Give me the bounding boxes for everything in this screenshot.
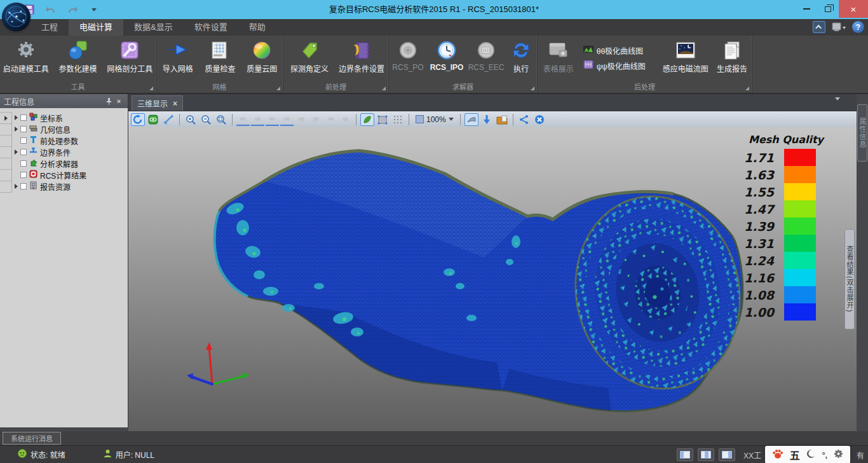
parametric-modeling-button[interactable]: 参数化建模	[52, 38, 104, 79]
view-preset-button-2[interactable]: zx	[251, 113, 264, 126]
pin-icon[interactable]	[104, 96, 114, 106]
orbit-view-button[interactable]	[146, 113, 160, 126]
current-item-arrow[interactable]	[4, 116, 8, 121]
collapse-ribbon-button[interactable]	[813, 21, 825, 33]
view-preset-button-3[interactable]: xz	[266, 113, 279, 126]
shaded-render-button[interactable]	[360, 113, 374, 126]
view-preset-button-8[interactable]: zy	[339, 113, 352, 126]
tree-checkbox[interactable]	[20, 114, 27, 121]
quality-check-button[interactable]: 质量检查	[200, 38, 241, 79]
ime-punctuation-toggle[interactable]: °,	[822, 450, 827, 460]
tree-item-rcs-results[interactable]: RCS计算结果	[12, 169, 128, 181]
panel-close-icon[interactable]: ×	[114, 96, 124, 106]
theta-polar-curve-button[interactable]: θθ极化曲线图	[583, 45, 655, 56]
view-preset-button-1[interactable]: xz	[236, 113, 250, 126]
tree-item-preprocess-params[interactable]: 前处理参数	[12, 135, 128, 146]
zoom-caret-icon[interactable]	[449, 118, 454, 121]
expand-arrow[interactable]	[15, 149, 18, 155]
view-preset-button-7[interactable]: zx	[324, 113, 337, 126]
tab-close-icon[interactable]: ×	[173, 100, 177, 107]
boundary-condition-button[interactable]: 边界条件设置	[336, 38, 388, 79]
solver-rcs-eec-button[interactable]: RCS_EEC	[466, 38, 506, 79]
tree-checkbox[interactable]	[20, 183, 27, 190]
free-move-button[interactable]	[161, 113, 175, 126]
launch-modeling-tool-button[interactable]: 启动建模工具	[0, 38, 52, 79]
3d-viewport-canvas[interactable]: Mesh Quality 1.71 1.63 1.55 1.47 1.39 1.…	[128, 127, 857, 431]
tree-checkbox[interactable]	[20, 126, 27, 132]
ime-settings-gear-icon[interactable]	[834, 449, 843, 461]
table-display-button[interactable]: 表格展示	[538, 38, 580, 79]
ime-logo-paw-icon[interactable]	[772, 448, 783, 462]
rotate-view-button[interactable]	[131, 113, 145, 126]
qat-dropdown-caret[interactable]	[88, 3, 100, 16]
tab-data-display[interactable]: 数据&显示	[123, 19, 184, 36]
tree-item-coordinate-system[interactable]: 坐标系	[12, 112, 128, 123]
close-overlay-button[interactable]	[532, 113, 546, 126]
ribbon-group-mesh: 导入网格 质量检查 质量云图 网格	[156, 36, 283, 93]
execute-refresh-icon	[511, 38, 531, 62]
minimize-button[interactable]	[796, 0, 817, 18]
group-expand-corner[interactable]	[276, 86, 280, 90]
view-preset-button-6[interactable]: yx	[309, 113, 323, 126]
generate-report-button[interactable]: 生成报告	[712, 38, 752, 79]
induced-current-map-button[interactable]: 感应电磁流图	[658, 38, 712, 79]
previous-view-button[interactable]	[465, 113, 478, 126]
solver-rcs-po-button[interactable]: RCS_PO	[389, 38, 427, 79]
save-view-button[interactable]	[480, 113, 494, 126]
group-expand-corner[interactable]	[531, 86, 534, 90]
solver-rcs-ipo-button[interactable]: RCS_IPO	[427, 38, 466, 79]
import-mesh-button[interactable]: 导入网格	[156, 38, 200, 79]
view-results-side-tab[interactable]: 查看结果(双击展开)	[844, 229, 855, 329]
view-preset-button-4[interactable]: zx	[280, 113, 294, 126]
tree-checkbox[interactable]	[20, 160, 27, 167]
group-expand-corner[interactable]	[382, 86, 386, 90]
tree-item-geometry-info[interactable]: 几何信息	[12, 123, 128, 135]
ime-halfmoon-icon[interactable]	[806, 449, 816, 461]
zoom-in-button[interactable]	[184, 113, 198, 126]
tab-3d-display[interactable]: 三维显示 ×	[132, 95, 183, 111]
layout-left-button[interactable]	[677, 448, 693, 461]
zoom-out-button[interactable]	[199, 113, 213, 126]
tree-checkbox[interactable]	[20, 172, 27, 178]
points-render-button[interactable]	[391, 113, 405, 126]
ime-wubi-mode[interactable]: 五	[790, 447, 800, 462]
restore-button[interactable]	[817, 0, 839, 18]
tree-item-boundary-conditions[interactable]: 边界条件	[12, 146, 128, 158]
tree-item-report-resources[interactable]: 报告资源	[12, 181, 128, 192]
expand-arrow[interactable]	[15, 184, 18, 189]
layout-right-button[interactable]	[719, 448, 735, 461]
viewport-toolbar: xz zx xz zx zy yx zx zy 100%	[128, 111, 857, 127]
close-button[interactable]: ×	[839, 0, 868, 18]
tab-help[interactable]: 帮助	[238, 19, 276, 36]
meshing-tool-button[interactable]: 网格剖分工具	[104, 38, 156, 79]
group-expand-corner[interactable]	[149, 86, 153, 90]
zoom-level-control[interactable]: 100%	[413, 115, 456, 124]
layout-center-button[interactable]	[698, 448, 714, 461]
psi-polar-curve-button[interactable]: ψψ极化曲线图	[583, 60, 655, 71]
system-messages-tab[interactable]: 系统运行消息	[3, 432, 61, 445]
tab-em-computation[interactable]: 电磁计算	[69, 19, 123, 36]
tab-engineering[interactable]: 工程	[31, 19, 69, 36]
probe-angle-button[interactable]: 探测角定义	[283, 38, 336, 79]
tab-software-settings[interactable]: 软件设置	[184, 19, 238, 36]
tree-checkbox[interactable]	[20, 137, 27, 144]
undo-icon[interactable]	[44, 3, 57, 16]
tree-item-analysis-solver[interactable]: 分析求解器	[12, 158, 128, 169]
legend-swatch	[784, 166, 816, 183]
flat-shade-button[interactable]	[376, 113, 390, 126]
zoom-window-button[interactable]	[214, 113, 228, 126]
tree-checkbox[interactable]	[20, 149, 27, 155]
view-preset-button-5[interactable]: zy	[295, 113, 308, 126]
properties-side-tab[interactable]: 属性信息	[857, 104, 867, 162]
expand-arrow[interactable]	[15, 127, 18, 132]
app-logo[interactable]	[2, 3, 31, 31]
link-views-button[interactable]	[517, 113, 531, 126]
snapshot-folder-button[interactable]	[495, 113, 509, 126]
help-icon[interactable]: ?	[852, 21, 864, 33]
expand-arrow[interactable]	[15, 115, 18, 120]
group-expand-corner[interactable]	[745, 86, 749, 90]
display-style-button[interactable]	[831, 21, 846, 33]
execute-button[interactable]: 执行	[506, 38, 536, 79]
quality-cloud-button[interactable]: 质量云图	[241, 38, 283, 79]
redo-icon[interactable]	[66, 3, 79, 16]
